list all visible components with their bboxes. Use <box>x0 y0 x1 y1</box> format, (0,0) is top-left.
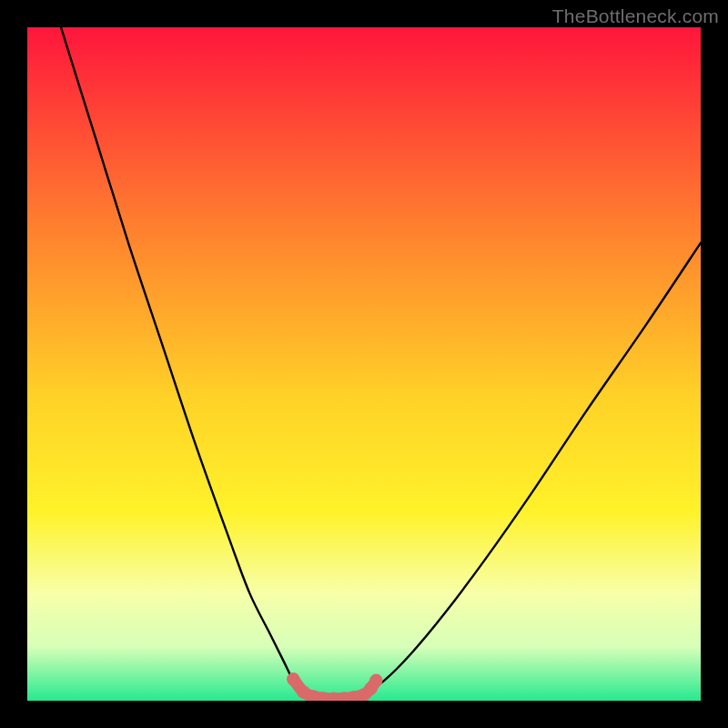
valley-marker <box>287 672 299 685</box>
valley-markers <box>287 672 382 701</box>
plot-area <box>27 27 701 701</box>
curve-layer <box>27 27 701 701</box>
chart-stage: TheBottleneck.com <box>0 0 728 728</box>
valley-marker <box>369 674 382 687</box>
watermark-text: TheBottleneck.com <box>552 5 719 27</box>
right-curve <box>364 243 701 694</box>
left-curve <box>61 27 303 694</box>
